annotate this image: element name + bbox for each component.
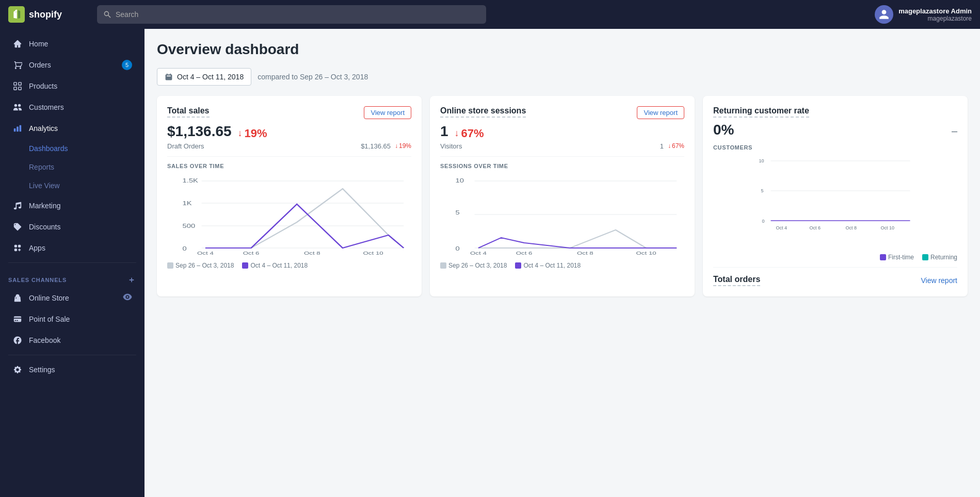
online-store-icon	[12, 293, 23, 303]
total-orders-title: Total orders	[713, 275, 760, 286]
sidebar-item-marketing[interactable]: Marketing	[4, 195, 140, 216]
sidebar-item-apps[interactable]: Apps	[4, 238, 140, 258]
sidebar-item-orders[interactable]: Orders 5	[4, 55, 140, 75]
logo-text: shopify	[29, 9, 62, 20]
svg-text:1.5K: 1.5K	[183, 178, 199, 184]
total-sales-card: Total sales View report $1,136.65 ↓ 19% …	[157, 96, 422, 296]
settings-icon	[12, 365, 23, 375]
sidebar-label-online-store: Online Store	[29, 294, 69, 302]
avatar	[875, 5, 893, 24]
calendar-icon	[165, 73, 173, 81]
svg-text:Oct 10: Oct 10	[636, 251, 656, 256]
add-channel-icon[interactable]	[127, 275, 136, 285]
svg-text:Oct 8: Oct 8	[304, 251, 320, 256]
top-navigation: shopify mageplazastore Admin mageplazast…	[0, 0, 980, 29]
sidebar-label-facebook: Facebook	[29, 336, 60, 344]
rcr-title: Returning customer rate	[713, 106, 809, 118]
svg-text:Oct 8: Oct 8	[577, 251, 593, 256]
rcr-legend-returning: Returning	[922, 254, 957, 261]
sessions-label-prev: Sep 26 – Oct 3, 2018	[448, 262, 507, 269]
sessions-amount: 1	[440, 123, 448, 140]
sidebar-label-settings: Settings	[29, 366, 55, 374]
search-icon	[103, 10, 111, 19]
sidebar-label-home: Home	[29, 40, 48, 48]
sessions-chart: 10 5 0 Oct 4 Oct 6 Oct 8 Oct 10	[440, 173, 684, 258]
sales-chart-label: SALES OVER TIME	[167, 163, 411, 169]
sidebar-label-live-view: Live View	[29, 181, 60, 190]
sessions-change-pct: 67%	[461, 127, 484, 140]
draft-orders-value: $1,136.65	[361, 142, 391, 150]
sidebar-item-customers[interactable]: Customers	[4, 97, 140, 118]
sessions-chart-label: SESSIONS OVER TIME	[440, 163, 684, 169]
rcr-dot-firsttime	[880, 254, 886, 260]
svg-text:Oct 8: Oct 8	[846, 225, 857, 230]
legend-label-prev: Sep 26 – Oct 3, 2018	[175, 262, 234, 269]
svg-text:1K: 1K	[183, 201, 192, 206]
total-sales-change-pct: 19%	[245, 127, 267, 140]
sidebar-label-customers: Customers	[29, 103, 64, 111]
sidebar-item-home[interactable]: Home	[4, 34, 140, 54]
sidebar-divider	[8, 262, 136, 263]
sidebar-item-products[interactable]: Products	[4, 76, 140, 96]
sessions-header: Online store sessions View report	[440, 106, 684, 119]
sidebar-item-settings[interactable]: Settings	[4, 359, 140, 380]
sidebar-item-discounts[interactable]: Discounts	[4, 217, 140, 237]
visitors-value: 1	[660, 142, 664, 150]
user-name: mageplazastore Admin	[898, 7, 972, 15]
visitors-change: ↓ 67%	[668, 142, 684, 150]
legend-prev: Sep 26 – Oct 3, 2018	[167, 262, 234, 269]
legend-dot-curr	[242, 262, 248, 269]
sessions-label-curr: Oct 4 – Oct 11, 2018	[523, 262, 581, 269]
sidebar-item-analytics[interactable]: Analytics	[4, 118, 140, 139]
total-sales-header: Total sales View report	[167, 106, 411, 119]
facebook-icon	[12, 335, 23, 345]
draft-orders-label: Draft Orders	[167, 142, 204, 150]
down-arrow-icon: ↓	[238, 128, 243, 139]
svg-text:0: 0	[762, 219, 765, 224]
sidebar-item-live-view[interactable]: Live View	[4, 176, 140, 195]
visitors-right: 1 ↓ 67%	[660, 142, 684, 150]
search-input[interactable]	[116, 10, 480, 19]
sidebar-item-facebook[interactable]: Facebook	[4, 330, 140, 351]
svg-text:10: 10	[456, 178, 464, 184]
cards-row: Total sales View report $1,136.65 ↓ 19% …	[157, 96, 968, 296]
user-info: mageplazastore Admin mageplazastore	[898, 7, 972, 22]
point-of-sale-icon	[12, 314, 23, 324]
sidebar-item-dashboards[interactable]: Dashboards	[4, 139, 140, 158]
rcr-header: Returning customer rate	[713, 106, 957, 118]
svg-text:Oct 4: Oct 4	[776, 225, 788, 230]
eye-icon[interactable]	[123, 292, 132, 303]
date-range-button[interactable]: Oct 4 – Oct 11, 2018	[157, 68, 251, 86]
customers-chart-label: CUSTOMERS	[713, 144, 957, 151]
sessions-title: Online store sessions	[440, 106, 526, 118]
sidebar-label-point-of-sale: Point of Sale	[29, 315, 70, 323]
sidebar-item-point-of-sale[interactable]: Point of Sale	[4, 309, 140, 329]
search-bar[interactable]	[97, 5, 486, 24]
user-menu[interactable]: mageplazastore Admin mageplazastore	[875, 5, 972, 24]
shopify-logo[interactable]: shopify	[8, 6, 91, 23]
sidebar-label-marketing: Marketing	[29, 202, 60, 210]
svg-text:Oct 4: Oct 4	[197, 251, 214, 256]
sessions-down-arrow: ↓	[455, 128, 459, 139]
marketing-icon	[12, 201, 23, 211]
draft-orders-row: Draft Orders $1,136.65 ↓ 19%	[167, 142, 411, 157]
sales-channels-label: SALES CHANNELS	[0, 267, 144, 287]
total-sales-title: Total sales	[167, 106, 210, 118]
sidebar: Home Orders 5 Products Customers A	[0, 29, 144, 497]
legend-label-curr: Oct 4 – Oct 11, 2018	[250, 262, 308, 269]
sidebar-item-online-store[interactable]: Online Store	[4, 287, 140, 308]
page-title: Overview dashboard	[157, 41, 968, 58]
total-orders-view-report[interactable]: View report	[921, 276, 957, 285]
svg-text:Oct 4: Oct 4	[470, 251, 487, 256]
orders-badge: 5	[122, 60, 132, 70]
rcr-value: 0%	[713, 122, 734, 138]
sessions-view-report[interactable]: View report	[637, 106, 684, 119]
total-sales-view-report[interactable]: View report	[364, 106, 411, 119]
sidebar-item-reports[interactable]: Reports	[4, 158, 140, 176]
sidebar-label-orders: Orders	[29, 61, 51, 69]
apps-icon	[12, 243, 23, 253]
user-store: mageplazastore	[898, 15, 972, 22]
products-icon	[12, 81, 23, 91]
sidebar-label-discounts: Discounts	[29, 223, 60, 231]
date-compare: compared to Sep 26 – Oct 3, 2018	[258, 73, 368, 81]
